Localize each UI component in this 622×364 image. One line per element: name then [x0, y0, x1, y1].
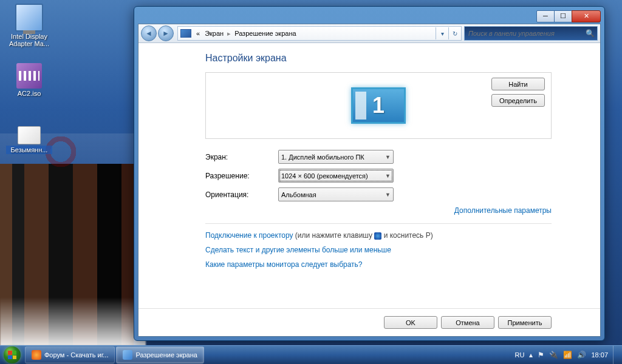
desktop: Intel Display Adapter Ma... AC2.iso Безы… — [0, 0, 622, 364]
select-resolution[interactable]: 622 × 364 (рекомендуется) ▼ — [278, 169, 394, 183]
start-button[interactable] — [0, 346, 24, 364]
projector-link[interactable]: Подключение к проектору — [205, 231, 293, 240]
divider — [205, 223, 552, 224]
advanced-settings-link[interactable]: Дополнительные параметры — [454, 206, 552, 215]
label-screen: Экран: — [205, 153, 278, 161]
archive-icon — [16, 63, 42, 89]
text-size-link[interactable]: Сделать текст и другие элементы больше и… — [205, 246, 391, 254]
nav-forward-button[interactable]: ► — [158, 25, 174, 41]
breadcrumb-dropdown-button[interactable]: ▾ — [436, 27, 448, 39]
window-screen-resolution: ─ ☐ ✕ ◄ ► « Экран ▸ Разрешение экрана ▾ … — [134, 6, 605, 341]
tray-show-hidden-icon[interactable]: ▴ — [529, 351, 533, 359]
power-icon[interactable]: 🔌 — [549, 351, 558, 359]
window-body: ◄ ► « Экран ▸ Разрешение экрана ▾ ↻ 🔍 — [138, 24, 601, 337]
display-preview-box: 1 Найти Определить — [205, 72, 552, 139]
chevron-down-icon: ▼ — [385, 154, 391, 160]
navigation-bar: ◄ ► « Экран ▸ Разрешение экрана ▾ ↻ 🔍 — [138, 24, 600, 43]
breadcrumb-screen[interactable]: Экран — [202, 30, 226, 37]
search-box[interactable]: 🔍 — [464, 26, 598, 41]
identify-button[interactable]: Определить — [491, 94, 545, 107]
chevron-down-icon: ▼ — [385, 192, 391, 198]
apply-button[interactable]: Применить — [498, 316, 552, 329]
page-title: Настройки экрана — [205, 53, 552, 64]
taskbar-item-resolution[interactable]: Разрешение экрана — [116, 346, 203, 363]
search-input[interactable] — [467, 29, 586, 38]
network-icon[interactable]: 📶 — [563, 351, 572, 359]
desktop-icon-untitled[interactable]: Безымянн... — [6, 121, 52, 154]
monitor-icon — [15, 4, 43, 32]
cancel-button[interactable]: Отмена — [441, 316, 494, 329]
select-screen[interactable]: 1. Дисплей мобильного ПК ▼ — [278, 150, 394, 164]
action-center-icon[interactable]: ⚑ — [538, 351, 544, 359]
search-icon[interactable]: 🔍 — [586, 29, 595, 38]
footer-buttons: OK Отмена Применить — [138, 308, 600, 336]
label-orientation: Ориентация: — [205, 190, 278, 199]
chevron-down-icon: ▼ — [385, 173, 391, 179]
breadcrumb-resolution[interactable]: Разрешение экрана — [232, 30, 298, 37]
detect-button[interactable]: Найти — [491, 78, 545, 90]
taskbar: Форум - Скачать иг... Разрешение экрана … — [0, 345, 622, 364]
display-icon — [123, 350, 132, 360]
show-desktop-button[interactable] — [613, 346, 620, 364]
firefox-icon — [32, 350, 41, 360]
nav-back-button[interactable]: ◄ — [141, 25, 157, 41]
chevron-right-icon: ▸ — [226, 30, 232, 38]
maximize-button[interactable]: ☐ — [554, 10, 572, 22]
windows-logo-icon — [8, 351, 16, 359]
desktop-icon-ac2-iso[interactable]: AC2.iso — [6, 63, 52, 97]
select-orientation[interactable]: Альбомная ▼ — [278, 187, 394, 201]
breadcrumb[interactable]: « Экран ▸ Разрешение экрана ▾ ↻ — [177, 26, 462, 41]
label-resolution: Разрешение: — [205, 172, 278, 180]
language-indicator[interactable]: RU — [515, 351, 525, 359]
file-icon — [18, 126, 41, 144]
monitor-1-preview[interactable]: 1 — [351, 87, 406, 124]
ok-button[interactable]: OK — [384, 316, 437, 329]
minimize-button[interactable]: ─ — [536, 10, 555, 22]
taskbar-item-firefox[interactable]: Форум - Скачать иг... — [25, 346, 115, 363]
clock[interactable]: 18:07 — [591, 351, 608, 359]
desktop-icon-display-adapter[interactable]: Intel Display Adapter Ma... — [6, 4, 52, 47]
which-params-link[interactable]: Какие параметры монитора следует выбрать… — [205, 260, 363, 269]
volume-icon[interactable]: 🔊 — [577, 351, 586, 359]
titlebar-controls: ─ ☐ ✕ — [537, 10, 601, 22]
close-button[interactable]: ✕ — [572, 10, 601, 22]
system-tray: RU ▴ ⚑ 🔌 📶 🔊 18:07 — [515, 346, 622, 364]
windows-key-icon — [374, 232, 381, 240]
refresh-button[interactable]: ↻ — [448, 27, 461, 39]
control-panel-icon — [180, 29, 191, 38]
content-area: Настройки экрана 1 Найти Определить Экра… — [138, 43, 600, 308]
